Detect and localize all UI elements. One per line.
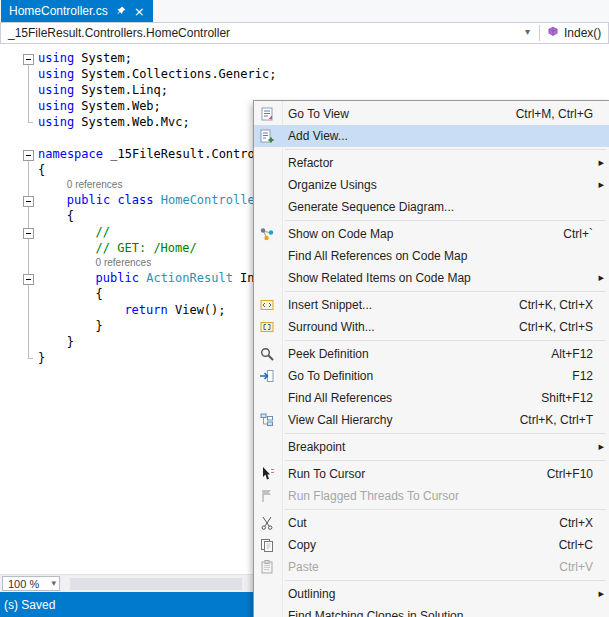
scrollbar-thumb[interactable] (70, 578, 242, 590)
menu-separator (285, 291, 606, 292)
menu-item-label: Run Flagged Threads To Cursor (288, 489, 459, 503)
menu-item-organize-usings[interactable]: Organize Usings▸ (254, 174, 609, 196)
menu-item-show-related-items-on-code-map[interactable]: Show Related Items on Code Map▸ (254, 267, 609, 289)
fold-collapse-icon[interactable] (23, 196, 34, 207)
menu-item-run-flagged-threads-to-cursor[interactable]: Run Flagged Threads To Cursor (254, 485, 609, 507)
code-token: public (67, 193, 110, 207)
outline-guide-end (28, 358, 33, 359)
chevron-down-icon[interactable]: ▾ (525, 26, 530, 37)
menu-separator (285, 433, 606, 434)
navigation-bar: _15FileResult.Controllers.HomeController… (0, 22, 609, 44)
menu-item-show-on-code-map[interactable]: Show on Code MapCtrl+` (254, 223, 609, 245)
menu-item-label: Peek Definition (288, 347, 369, 361)
cut-icon (259, 515, 275, 531)
code-token: } (38, 351, 45, 365)
code-token: using (38, 67, 74, 81)
menu-item-label: Go To View (288, 107, 349, 121)
menu-item-label: Refactor (288, 156, 333, 170)
menu-item-peek-definition[interactable]: Peek DefinitionAlt+F12 (254, 343, 609, 365)
code-token: System.Collections.Generic; (74, 67, 276, 81)
member-navigation-label: Index() (564, 26, 601, 40)
menu-item-label: Organize Usings (288, 178, 377, 192)
menu-item-shortcut: Ctrl+K, Ctrl+T (500, 413, 593, 427)
code-token: // (96, 225, 110, 239)
code-token: namespace (38, 147, 103, 161)
close-icon[interactable]: × (134, 5, 145, 18)
run-to-cursor-icon (259, 466, 275, 482)
menu-item-surround-with[interactable]: Surround With...Ctrl+K, Ctrl+S (254, 316, 609, 338)
add-view-icon (259, 128, 275, 144)
code-token: } (96, 319, 103, 333)
menu-item-label: Outlining (288, 587, 335, 601)
menu-item-shortcut: F12 (552, 369, 593, 383)
code-map-icon (259, 226, 275, 242)
code-token: System.Web; (74, 99, 161, 113)
menu-item-paste[interactable]: PasteCtrl+V (254, 556, 609, 578)
context-menu: Go To ViewCtrl+M, Ctrl+GAdd View...Refac… (253, 100, 609, 617)
menu-item-label: Add View... (288, 129, 348, 143)
code-token: // GET: /Home/ (96, 241, 197, 255)
menu-item-outlining[interactable]: Outlining▸ (254, 583, 609, 605)
code-line[interactable]: using System; (38, 50, 609, 66)
menu-item-shortcut: Ctrl+F10 (527, 467, 593, 481)
menu-separator (285, 460, 606, 461)
menu-item-refactor[interactable]: Refactor▸ (254, 152, 609, 174)
menu-separator (285, 220, 606, 221)
menu-item-go-to-view[interactable]: Go To ViewCtrl+M, Ctrl+G (254, 103, 609, 125)
menu-item-label: Go To Definition (288, 369, 373, 383)
menu-item-insert-snippet[interactable]: Insert Snippet...Ctrl+K, Ctrl+X (254, 294, 609, 316)
divider (539, 25, 540, 41)
menu-item-shortcut: Ctrl+V (539, 560, 593, 574)
menu-item-shortcut: Ctrl+` (543, 227, 593, 241)
menu-item-cut[interactable]: CutCtrl+X (254, 512, 609, 534)
fold-collapse-icon[interactable] (23, 274, 34, 285)
menu-item-shortcut: Ctrl+M, Ctrl+G (496, 107, 593, 121)
menu-item-find-all-references[interactable]: Find All ReferencesShift+F12 (254, 387, 609, 409)
menu-item-copy[interactable]: CopyCtrl+C (254, 534, 609, 556)
menu-item-label: Find All References on Code Map (288, 249, 467, 263)
code-token: HomeController (161, 193, 262, 207)
fold-collapse-icon[interactable] (23, 54, 34, 65)
chevron-down-icon: ▾ (51, 578, 56, 588)
fold-collapse-icon[interactable] (23, 150, 34, 161)
menu-item-breakpoint[interactable]: Breakpoint▸ (254, 436, 609, 458)
menu-item-go-to-definition[interactable]: Go To DefinitionF12 (254, 365, 609, 387)
go-to-definition-icon (259, 368, 275, 384)
menu-item-label: View Call Hierarchy (288, 413, 392, 427)
tab-homecontroller[interactable]: HomeController.cs × (1, 0, 153, 22)
code-line[interactable]: using System.Linq; (38, 82, 609, 98)
call-hierarchy-icon (259, 412, 275, 428)
menu-item-run-to-cursor[interactable]: Run To CursorCtrl+F10 (254, 463, 609, 485)
menu-item-label: Find Matching Clones in Solution (288, 609, 463, 617)
type-navigation-dropdown[interactable]: _15FileResult.Controllers.HomeController (1, 23, 538, 43)
menu-item-label: Show on Code Map (288, 227, 393, 241)
tab-bar: HomeController.cs × (0, 0, 609, 22)
menu-item-find-all-references-on-code-map[interactable]: Find All References on Code Map (254, 245, 609, 267)
status-text: (s) Saved (4, 598, 55, 612)
menu-item-add-view[interactable]: Add View... (254, 125, 609, 147)
code-line[interactable]: using System.Collections.Generic; (38, 66, 609, 82)
method-icon (547, 26, 559, 41)
menu-item-label: Cut (288, 516, 307, 530)
menu-separator (285, 149, 606, 150)
code-token: public (96, 271, 139, 285)
zoom-control[interactable]: 100 % ▾ (2, 576, 60, 591)
menu-item-label: Show Related Items on Code Map (288, 271, 471, 285)
menu-item-generate-sequence-diagram[interactable]: Generate Sequence Diagram... (254, 196, 609, 218)
submenu-arrow-icon: ▸ (598, 271, 604, 284)
code-token: { (67, 209, 74, 223)
menu-item-shortcut: Ctrl+K, Ctrl+X (499, 298, 593, 312)
code-token: } (67, 335, 74, 349)
submenu-arrow-icon: ▸ (598, 156, 604, 169)
code-token: using (38, 99, 74, 113)
menu-separator (285, 580, 606, 581)
pin-icon[interactable] (115, 5, 127, 17)
menu-item-find-matching-clones-in-solution[interactable]: Find Matching Clones in Solution (254, 605, 609, 617)
menu-item-shortcut: Ctrl+C (539, 538, 593, 552)
code-token: _15FileResult.Contro (103, 147, 255, 161)
menu-item-view-call-hierarchy[interactable]: View Call HierarchyCtrl+K, Ctrl+T (254, 409, 609, 431)
code-token: using (38, 115, 74, 129)
member-navigation-dropdown[interactable]: Index() (543, 23, 608, 43)
menu-item-shortcut: Shift+F12 (521, 391, 593, 405)
fold-collapse-icon[interactable] (23, 228, 34, 239)
